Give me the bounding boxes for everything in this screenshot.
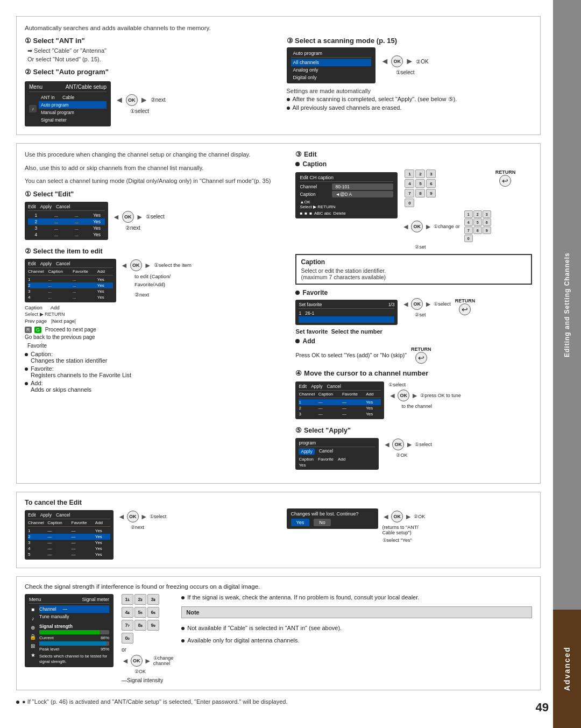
caption-field-label: Caption — [300, 192, 329, 197]
footer-note-text: ● If "Lock" (p. 46) is activated and "AN… — [22, 698, 288, 705]
ok-btn-fav[interactable]: OK — [411, 298, 423, 310]
select-label-e1: ①select — [146, 214, 165, 220]
scan-menu-title: Auto program — [291, 50, 371, 58]
ok-button-step3[interactable]: OK — [391, 55, 403, 67]
signal-meter-item[interactable]: Signal meter — [39, 116, 107, 124]
step2-heading: ② Select "Auto program" — [25, 68, 271, 76]
select-item-label: ①select the item — [154, 262, 192, 268]
signal-menu-title-right: Signal meter — [82, 597, 109, 602]
page-number: 49 — [536, 701, 549, 715]
analog-only-item[interactable]: Analog only — [291, 66, 371, 74]
confirm-no-btn[interactable]: No — [314, 519, 331, 526]
tune-manually-item[interactable]: Tune manually — [39, 613, 109, 620]
ok-btn-edit2[interactable]: OK — [130, 259, 142, 271]
change-channel-label: ①changechannel — [153, 655, 174, 666]
frac-label: 1/3 — [388, 302, 395, 307]
return-btn-cap[interactable]: ↩ — [499, 175, 511, 187]
signal-menu-title-left: Menu — [29, 597, 41, 602]
return-btn-fav[interactable]: ↩ — [459, 303, 471, 315]
ok-btn-apply[interactable]: OK — [392, 439, 404, 450]
apply-menu: program Apply Cancel CaptionFavoriteAdd … — [295, 438, 379, 470]
channel-item[interactable]: Channel — — [39, 605, 109, 613]
caption-box-title: Caption — [301, 258, 527, 266]
set-fav-label: Set favorite — [299, 302, 322, 307]
ant-in-item[interactable]: ANT in Cable — [39, 94, 107, 101]
page-container: Editing and Setting Channels Advanced Au… — [0, 0, 581, 728]
add-bullet: Add:Adds or skips channels — [25, 380, 285, 393]
edit-ch-caption-box: Edit CH caption Channel 80-101 Caption ◄… — [295, 172, 398, 218]
step4-title: ④ Move the cursor to a channel number — [295, 369, 532, 377]
fav-channel-row2 — [299, 316, 394, 323]
mid-left: Use this procedure when changing the cha… — [25, 150, 285, 477]
progress-bar — [39, 630, 109, 634]
ech-title: Edit CH caption — [300, 175, 393, 182]
mid-right: ③ Edit Caption Edit CH caption — [295, 150, 532, 477]
signal-bullet3: Available only for digital antenna chann… — [181, 637, 532, 644]
caption-box: Caption Select or edit the station ident… — [295, 254, 532, 285]
step1-sub2: Or select "Not used" (p. 15). — [27, 56, 271, 62]
signal-bullet2: Not available if "Cable" is selected in … — [181, 625, 532, 631]
ok-btn-caption[interactable]: OK — [411, 221, 423, 232]
select-label-apply: ①select — [415, 442, 432, 447]
select-label-cancel: ①select — [150, 514, 167, 519]
change-label-cap: ①change — [434, 224, 454, 229]
channel-label: Channel — [300, 184, 329, 189]
ok-label-apply: ②OK — [396, 453, 431, 458]
auto-program-item[interactable]: Auto program — [39, 101, 107, 109]
confirm-yes-btn[interactable]: Yes — [291, 519, 310, 526]
edit-step1: ① Select "Edit" EditApplyCancel 1......Y… — [25, 190, 285, 242]
peak-stat: Peak level95% — [39, 647, 109, 652]
menu-title-left: Menu — [29, 84, 42, 90]
step1-sub1: ➡ Select "Cable" or "Antenna" — [27, 47, 271, 54]
signal-footer: Selects which channel to be tested for s… — [39, 654, 109, 665]
favorite-heading: Favorite — [302, 289, 328, 296]
select-label-fav: ①select — [434, 301, 451, 307]
add-label: Add — [51, 305, 60, 310]
bullet-after-scan: After the scanning is completed, select … — [287, 96, 533, 103]
peak-bar — [39, 641, 109, 646]
caption-section-heading: Caption — [302, 160, 327, 168]
fav-add-label: Favorite/Add) — [134, 281, 192, 287]
top-section: Automatically searches and adds availabl… — [16, 16, 541, 135]
ok-btn-step4[interactable]: OK — [398, 390, 409, 401]
intro-text1: Use this procedure when changing the cha… — [25, 150, 285, 159]
caption-bullet: Caption:Changes the station identifier — [25, 351, 285, 364]
ok-btn-edit1[interactable]: OK — [122, 211, 134, 223]
right-sidebar: Editing and Setting Channels Advanced — [553, 0, 581, 728]
manual-program-item[interactable]: Manual program — [39, 109, 107, 116]
next-label-e1: ②next — [125, 225, 165, 231]
confirm-msg: Changes will be lost. Continue? — [291, 511, 374, 517]
move-section: ④ Move the cursor to a channel number Ed… — [295, 369, 532, 421]
set-fav-select-label: Set favorite Select the number — [295, 328, 532, 335]
select-yes-label: ①select "Yes" — [382, 538, 426, 543]
bullet-erased: All previously saved channels are erased… — [287, 104, 533, 111]
favorite-label-pos: Favorite — [27, 343, 285, 349]
signal-menu-box: Menu Signal meter ■ ♪ ⊕ 🔒 ⊞ ★ — [25, 594, 114, 667]
cancel-heading: To cancel the Edit — [25, 499, 532, 506]
ok-btn-signal[interactable]: OK — [131, 655, 143, 667]
return-btn-add[interactable]: ↩ — [415, 352, 427, 364]
signal-bullets: If the signal is weak, check the antenna… — [181, 594, 532, 645]
ok-btn-confirm[interactable]: OK — [391, 511, 403, 522]
digital-only-item[interactable]: Digital only — [291, 74, 371, 81]
returns-label: (returns to "ANT/Cable setup") — [382, 525, 426, 535]
sidebar-bottom-label: Advanced — [553, 610, 581, 728]
ok-button-step2[interactable]: OK — [126, 94, 138, 106]
num-pad: 123 456 789 0 — [405, 169, 436, 207]
or-label-cap: or — [456, 224, 460, 229]
ok-btn-cancel[interactable]: OK — [127, 511, 139, 522]
or-label-signal: or — [122, 647, 173, 653]
cancel-right: Changes will be lost. Continue? Yes No ◄… — [287, 508, 533, 543]
all-channels-item[interactable]: All channels — [291, 59, 371, 66]
menu-title-right: ANT/Cable setup — [66, 84, 107, 90]
peak-fill — [39, 641, 106, 646]
favorite-bullet: Favorite:Registers channels to the Favor… — [25, 365, 285, 378]
select-text: Select ▶ RETURN — [25, 312, 116, 317]
intro-text3: You can select a channel tuning mode (Di… — [25, 176, 285, 186]
manual-program-box2: EditApplyCancel ChannelCaptionFavoriteAd… — [25, 259, 116, 302]
step5-title: ⑤ Select "Apply" — [295, 426, 532, 434]
to-edit-label: to edit (Caption/ — [134, 273, 192, 279]
manual-program-box1: EditApplyCancel 1......Yes 2......Yes 3.… — [25, 202, 108, 240]
edit-step3: ③ Edit Caption Edit CH caption — [295, 150, 532, 471]
channel-value: 80-101 — [332, 183, 393, 190]
